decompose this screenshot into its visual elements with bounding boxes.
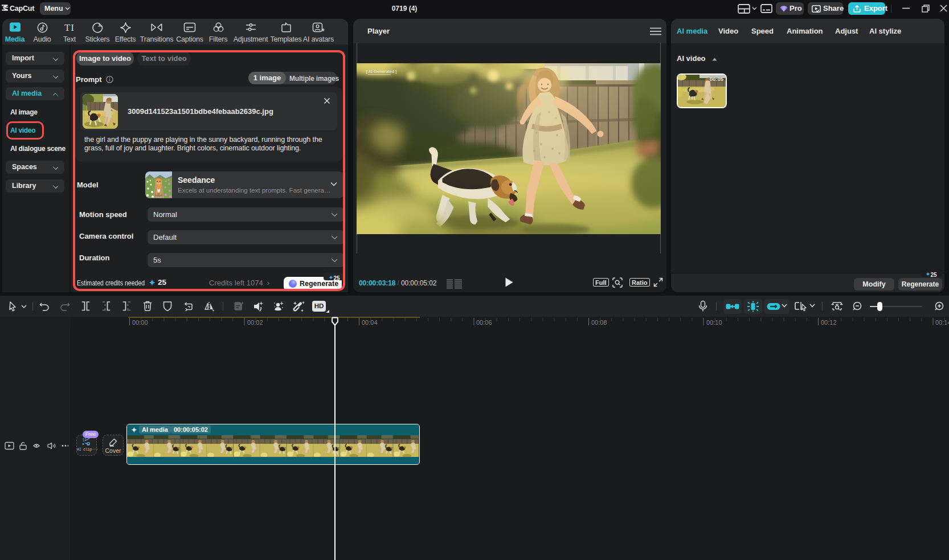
svg-text:[ AI Generated ]: [ AI Generated ] bbox=[366, 69, 396, 74]
